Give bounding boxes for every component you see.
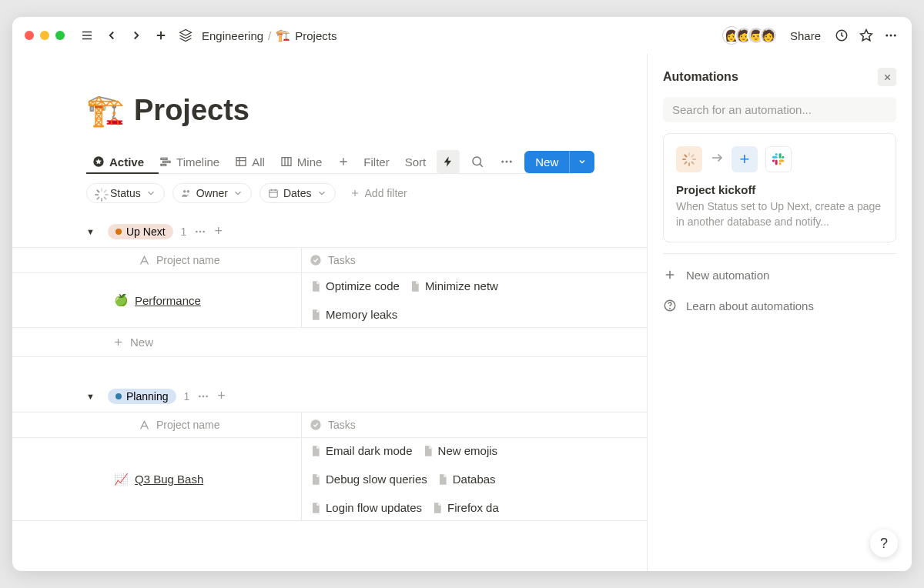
help-fab-button[interactable]: ? [870, 530, 898, 557]
group-add-button[interactable]: + [214, 223, 223, 239]
close-window-icon[interactable] [25, 31, 34, 40]
svg-point-26 [510, 161, 512, 163]
svg-line-23 [480, 164, 483, 167]
svg-point-36 [199, 230, 202, 232]
add-filter-button[interactable]: Add filter [343, 184, 413, 202]
hamburger-icon[interactable] [79, 27, 95, 44]
minimize-window-icon[interactable] [40, 31, 49, 40]
add-view-button[interactable] [331, 151, 356, 172]
task-chip[interactable]: Databas [437, 473, 496, 486]
share-button[interactable]: Share [785, 28, 825, 44]
more-icon [500, 155, 514, 169]
automation-card-desc: When Status set to Up Next, create a pag… [676, 199, 883, 229]
filter-button[interactable]: Filter [359, 152, 393, 172]
learn-automations-label: Learn about automations [686, 299, 814, 312]
plus-icon [337, 155, 350, 168]
task-chip[interactable]: Email dark mode [310, 444, 413, 457]
tab-label: Active [109, 155, 144, 169]
more-icon [197, 390, 209, 403]
filter-chip-label: Dates [283, 187, 312, 199]
task-chip[interactable]: Minimize netw [409, 279, 498, 292]
group-add-button[interactable]: + [217, 388, 226, 404]
filter-chip-label: Owner [196, 187, 228, 199]
row-name[interactable]: Performance [135, 294, 201, 307]
timeline-icon [159, 155, 172, 168]
status-dot-icon [116, 393, 122, 399]
group-pill[interactable]: Planning [108, 389, 176, 404]
search-button[interactable] [466, 150, 489, 173]
automation-card[interactable]: + Project kickoff When Status set to Up … [663, 133, 896, 242]
new-button-dropdown[interactable] [569, 151, 594, 173]
collaborator-avatars[interactable]: 👩 🧑 👨 🧑 [722, 26, 778, 45]
svg-rect-14 [236, 158, 246, 166]
task-chip[interactable]: Optimize code [310, 279, 400, 292]
row-name[interactable]: Q3 Bug Bash [135, 473, 203, 486]
more-icon[interactable] [882, 27, 899, 44]
automation-search-input[interactable] [663, 97, 896, 122]
column-header-tasks[interactable]: Tasks [328, 419, 356, 431]
lightning-icon [442, 155, 454, 168]
column-header-tasks[interactable]: Tasks [328, 254, 356, 266]
breadcrumb-parent[interactable]: Engineering [202, 29, 263, 42]
svg-point-51 [670, 309, 671, 309]
tab-label: All [252, 155, 265, 169]
filter-chip-status[interactable]: Status [86, 183, 165, 203]
view-more-button[interactable] [495, 150, 518, 173]
task-chip[interactable]: Memory leaks [310, 308, 397, 321]
svg-point-8 [890, 35, 892, 37]
new-row-label: New [130, 336, 153, 349]
page-title[interactable]: Projects [134, 94, 249, 127]
filter-chip-owner[interactable]: Owner [172, 183, 252, 203]
layers-icon[interactable] [177, 27, 194, 44]
star-icon[interactable] [858, 27, 875, 44]
new-button[interactable]: New [524, 151, 594, 173]
group-more-button[interactable] [197, 390, 209, 403]
nav-back-icon[interactable] [103, 27, 120, 44]
breadcrumb-separator: / [268, 29, 271, 42]
group-collapse-toggle[interactable]: ▼ [86, 392, 100, 401]
nav-forward-icon[interactable] [128, 27, 145, 44]
plus-icon [663, 268, 677, 282]
column-header-name[interactable]: Project name [156, 254, 219, 266]
sort-button[interactable]: Sort [400, 152, 431, 172]
table-row[interactable]: 📈 Q3 Bug Bash Email dark mode New emojis… [12, 438, 647, 521]
tab-timeline[interactable]: Timeline [153, 151, 226, 173]
column-header-name[interactable]: Project name [156, 419, 219, 431]
main-content: 🏗️ Projects Active Timeline All [12, 54, 647, 571]
filter-chip-row: Status Owner Dates Add filter [12, 174, 647, 212]
page-emoji-icon[interactable]: 🏗️ [86, 92, 125, 129]
filter-chip-dates[interactable]: Dates [259, 183, 336, 203]
svg-point-37 [203, 230, 206, 232]
chevron-down-icon [578, 157, 587, 166]
table-header-row: Project name Tasks [12, 413, 647, 438]
table-row[interactable]: 🍏 Performance Optimize code Minimize net… [12, 273, 647, 328]
automations-button[interactable] [437, 150, 460, 173]
tab-all[interactable]: All [229, 151, 271, 173]
fullscreen-window-icon[interactable] [55, 31, 65, 40]
new-row-button[interactable]: New [12, 328, 647, 357]
learn-automations-button[interactable]: Learn about automations [663, 296, 896, 316]
clock-icon[interactable] [833, 27, 850, 44]
new-automation-button[interactable]: New automation [663, 265, 896, 285]
svg-point-44 [310, 419, 320, 429]
status-dot-icon [116, 229, 122, 235]
task-chip[interactable]: Login flow updates [310, 501, 422, 514]
tab-active[interactable]: Active [86, 151, 150, 173]
close-panel-button[interactable] [878, 68, 896, 86]
page-icon [310, 502, 322, 514]
group-pill[interactable]: Up Next [108, 224, 173, 239]
task-chip[interactable]: Firefox da [431, 501, 499, 514]
chevron-down-icon [146, 188, 156, 199]
new-page-icon[interactable] [152, 27, 169, 44]
svg-point-38 [310, 255, 320, 265]
slack-icon [765, 146, 792, 172]
breadcrumb-current[interactable]: Projects [295, 29, 336, 42]
task-chip[interactable]: New emojis [422, 444, 498, 457]
task-chip[interactable]: Debug slow queries [310, 473, 427, 486]
svg-point-28 [186, 190, 189, 193]
more-icon [194, 226, 206, 238]
tab-mine[interactable]: Mine [274, 151, 329, 173]
tab-label: Mine [297, 155, 323, 169]
group-collapse-toggle[interactable]: ▼ [86, 227, 100, 236]
group-more-button[interactable] [194, 226, 206, 238]
